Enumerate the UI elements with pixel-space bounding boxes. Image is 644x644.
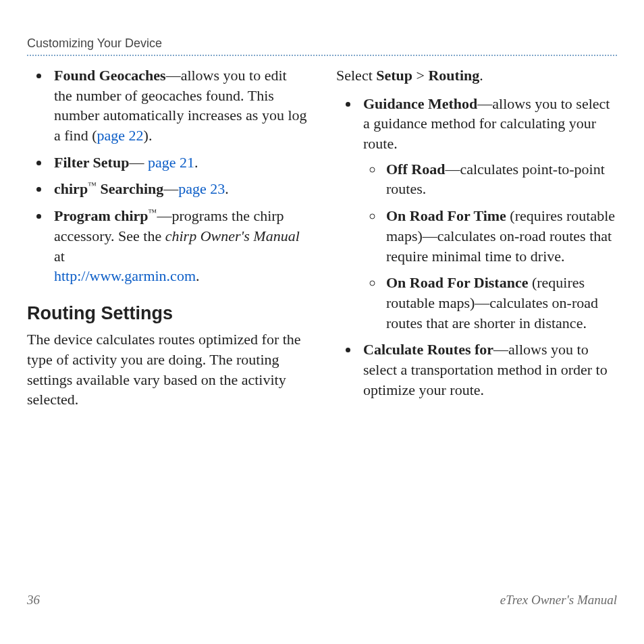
text: .	[225, 180, 229, 197]
bold-term: On Road For Time	[386, 207, 506, 224]
text: >	[412, 67, 428, 84]
sub-on-road-time: On Road For Time (requires routable maps…	[383, 206, 617, 266]
heading-routing-settings: Routing Settings	[27, 301, 308, 325]
text: .	[196, 267, 200, 284]
item-found-geocaches: Found Geocaches—allows you to edit the n…	[50, 65, 308, 146]
menu-routing: Routing	[428, 67, 479, 84]
doc-title: eTrex Owner's Manual	[500, 593, 617, 608]
bold-term: Searching	[97, 180, 163, 197]
text: —	[163, 180, 178, 197]
page-footer: 36 eTrex Owner's Manual	[27, 593, 617, 608]
text: at	[54, 248, 65, 265]
trademark-icon: ™	[149, 207, 157, 217]
link-page-21[interactable]: page 21	[148, 154, 194, 171]
text: —	[129, 154, 148, 171]
right-list: Guidance Method—allows you to select a g…	[336, 94, 617, 400]
guidance-sublist: Off Road—calculates point-to-point route…	[363, 159, 617, 333]
bold-term: On Road For Distance	[386, 274, 528, 291]
routing-settings-paragraph: The device calculates routes optimized f…	[27, 329, 308, 410]
text: ).	[144, 127, 153, 144]
text: .	[194, 154, 198, 171]
bold-term: chirp	[54, 180, 88, 197]
left-list: Found Geocaches—allows you to edit the n…	[27, 65, 308, 286]
column-left: Found Geocaches—allows you to edit the n…	[27, 65, 308, 410]
content-columns: Found Geocaches—allows you to edit the n…	[0, 56, 644, 410]
bold-term: Found Geocaches	[54, 67, 166, 84]
menu-setup: Setup	[376, 67, 412, 84]
item-guidance-method: Guidance Method—allows you to select a g…	[359, 94, 617, 333]
sub-on-road-distance: On Road For Distance (requires routable …	[383, 273, 617, 333]
item-program-chirp: Program chirp™—programs the chirp access…	[50, 206, 308, 286]
item-filter-setup: Filter Setup— page 21.	[50, 153, 308, 173]
page-number: 36	[27, 593, 40, 608]
bold-term: Off Road	[386, 161, 445, 178]
item-calculate-routes: Calculate Routes for—allows you to selec…	[359, 340, 617, 400]
link-garmin-url[interactable]: http://www.garmin.com	[54, 267, 196, 284]
bold-term: Filter Setup	[54, 154, 129, 171]
column-right: Select Setup > Routing. Guidance Method—…	[336, 65, 617, 410]
bold-term: Calculate Routes for	[363, 341, 493, 358]
select-instruction: Select Setup > Routing.	[336, 65, 617, 86]
running-head: Customizing Your Device	[27, 36, 617, 53]
bold-term: Guidance Method	[363, 95, 477, 112]
bold-term: Program chirp	[54, 207, 149, 224]
link-page-23[interactable]: page 23	[178, 180, 225, 197]
link-page-22[interactable]: page 22	[97, 127, 144, 144]
italic-doc-title: chirp Owner's Manual	[165, 227, 300, 244]
text: Select	[336, 67, 376, 84]
sub-off-road: Off Road—calculates point-to-point route…	[383, 159, 617, 199]
text: .	[479, 67, 483, 84]
item-chirp-searching: chirp™ Searching—page 23.	[50, 179, 308, 199]
trademark-icon: ™	[88, 180, 97, 190]
